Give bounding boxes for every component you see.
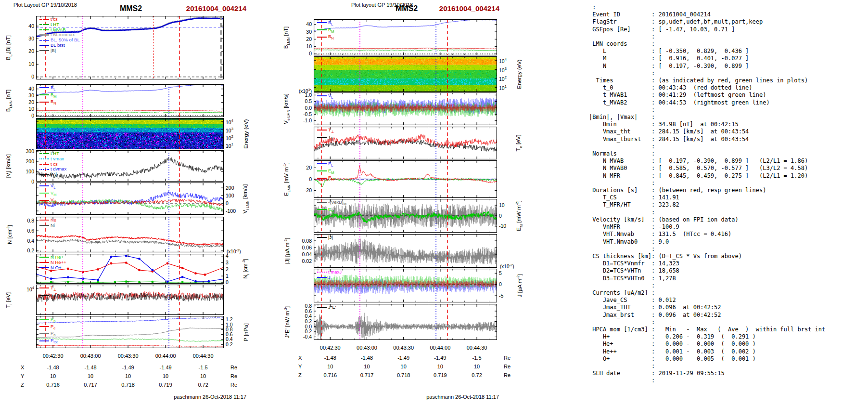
legend-swatch [39,174,49,175]
panel-m4 [269,127,568,159]
ytick-label: 10 [17,61,34,67]
legend-label: J*E' [328,304,336,310]
pos-row-value: 10 [50,373,56,379]
ytick-label: -1.0 [294,118,312,123]
legend-label: BL [51,85,56,90]
legend: VLVMVN [39,183,57,205]
ytick-label: 0 [17,74,34,79]
ytick-label: 20 [294,36,312,42]
legend-label: |B| [51,48,56,53]
pos-row-value: 0.72 [472,372,482,378]
legend-swatch [39,185,49,186]
legend-label: t HT [51,151,59,156]
pos-row-value: -1.49 [434,355,446,361]
legend-swatch [317,237,327,238]
legend-label: T⊥ [51,285,56,290]
legend-entry: |B| [39,48,80,53]
legend: T⊥T∥ [317,128,334,142]
pos-row-value: 0.717 [360,372,374,378]
ytick-label: 104 [17,286,34,292]
ytick-label-right: 103 [499,66,507,73]
panel-m2: 104103102101 [269,56,568,92]
pos-row-value: 0.716 [324,372,337,378]
pos-row-value: 10 [327,364,333,369]
legend: PpPePbPtot [39,317,58,345]
legend: ELEMEN [317,161,334,183]
legend-swatch [39,287,49,288]
legend-label: |J| [328,235,333,240]
legend-swatch [39,169,49,170]
legend-entry: -(VexB)M [317,200,346,207]
ytick-label-right: 0.2 [226,341,233,347]
pos-row-value: -1.48 [324,355,336,361]
plot-m5 [314,160,497,198]
legend-swatch [39,225,49,226]
x-tick-label: 00:42:30 [320,345,341,351]
legend-label: BN [51,99,56,104]
legend-swatch [39,102,49,103]
legend-entry: T⊥ [39,286,56,293]
ytick-label: -20 [294,187,312,193]
ytick-label-right: 103 [226,127,233,133]
legend-label: EM [328,168,334,173]
ytick-label: 30 [294,29,312,35]
legend-entry: T⊥ [317,128,334,135]
legend-entry: EM [317,207,346,214]
ytick-label: 0 [294,51,312,56]
middle-credit: paschmann 26-Oct-2018 11:17 [426,394,499,400]
pos-row-label: Y [21,373,24,379]
pos-row-unit: Re [230,373,237,379]
legend: t maxJJL [317,270,342,282]
panel-p3: 104103102101 [0,118,269,149]
pos-row-value: -1.5 [199,365,208,370]
panel-m7: 0.020.040.060.08 [269,234,568,268]
pos-row-value: -1.49 [160,365,172,370]
legend-label: Pb [51,330,56,336]
legend-swatch [317,178,327,179]
legend-label: BM [328,27,334,32]
ytick-label: 0.4 [17,238,34,244]
pos-row-unit: Re [230,365,237,370]
legend: -(VexB)MEM [317,200,346,214]
y-axis-label: |Vi| [km/s] [5,154,13,178]
right-axis-label: Ni [cm-3] [242,259,250,279]
x-tick-label: 00:44:30 [193,353,214,359]
ytick-label: 30 [17,36,34,41]
corner-label: (x103) [286,88,312,94]
pos-row-value: 10 [474,364,480,369]
legend-swatch [39,153,49,154]
pos-row-value: 0.718 [121,382,135,388]
legend-entry: BN [317,34,334,41]
ytick-label: 0 [17,113,34,118]
panel-m5: 200-20 [269,160,568,198]
legend-swatch [317,277,327,278]
legend-swatch [39,34,49,36]
legend-label: EL [328,161,333,166]
ytick-label: 40 [294,21,312,27]
right-axis-label: EM [mW m-2] [515,200,523,231]
legend-label: BL, 50% of BL [51,37,80,42]
legend-label: Ni [51,222,55,228]
legend-label: BM [51,92,57,97]
legend-swatch [39,50,49,51]
legend-entry: EL [317,161,334,169]
pos-row-value: -1.49 [122,365,134,370]
legend: T⊥T∥ [39,286,56,300]
ytick-label: 0.04 [294,251,312,257]
legend-entry: Ptot [39,338,58,345]
pos-row-value: 0.716 [46,382,60,388]
legend-swatch [317,202,327,203]
ytick-label-right: 3 [226,260,229,265]
ytick-label-right: 0.8 [226,327,233,332]
legend-swatch [39,295,49,296]
legend-label: t cs [51,16,58,22]
middle-figure-title: MMS2 [396,4,418,13]
legend-label: t MVAB [51,27,66,32]
y-axis-label: Ti [eV] [5,292,13,307]
legend-label: BL [328,20,333,25]
y-axis-label: ELMN [mV m-1] [282,162,291,196]
ytick-label: 300 [17,148,34,154]
legend-label: JL [328,274,332,280]
y-axis-label: BLMN [nT] [5,90,13,112]
ytick-label: 20 [17,99,34,105]
